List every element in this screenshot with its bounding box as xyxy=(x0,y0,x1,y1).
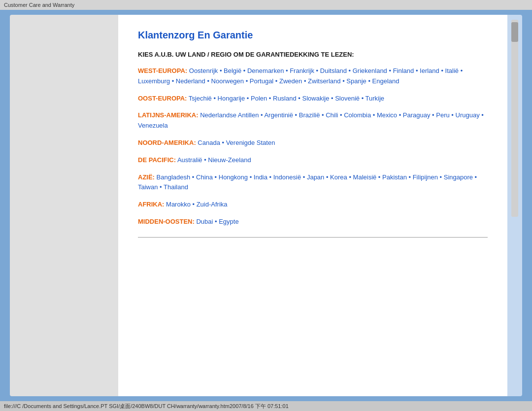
status-url: file:///C /Documents and Settings/Lance.… xyxy=(4,403,289,410)
region-label[interactable]: DE PACIFIC: xyxy=(138,156,176,164)
content-wrapper: Klantenzorg En Garantie KIES A.U.B. UW L… xyxy=(118,15,507,396)
region-block: AFRIKA: Marokko • Zuid-Afrika xyxy=(138,200,488,210)
regions-container: WEST-EUROPA: Oostenrijk • België • Denem… xyxy=(138,66,488,227)
divider xyxy=(138,237,488,238)
region-text: Marokko • Zuid-Afrika xyxy=(164,201,227,208)
region-label[interactable]: WEST-EUROPA: xyxy=(138,67,187,74)
region-block: OOST-EUROPA: Tsjechië • Hongarije • Pole… xyxy=(138,94,488,104)
region-text: Canada • Verenigde Staten xyxy=(196,139,275,146)
top-bar-title: Customer Care and Warranty xyxy=(4,2,74,8)
scrollbar-thumb[interactable] xyxy=(511,22,518,42)
region-text: Tsjechië • Hongarije • Polen • Rusland •… xyxy=(187,95,384,102)
region-block: LATIJNS-AMERIKA: Nederlandse Antillen • … xyxy=(138,110,488,131)
scrollbar-track[interactable] xyxy=(511,20,518,217)
right-sidebar xyxy=(507,15,522,396)
bottom-bar: file:///C /Documents and Settings/Lance.… xyxy=(0,401,532,411)
main-area: Klantenzorg En Garantie KIES A.U.B. UW L… xyxy=(0,10,532,401)
region-text: Australië • Nieuw-Zeeland xyxy=(176,156,251,164)
region-label[interactable]: MIDDEN-OOSTEN: xyxy=(138,218,195,225)
subtitle: KIES A.U.B. UW LAND / REGIO OM DE GARANT… xyxy=(138,51,488,58)
region-block: AZIË: Bangladesh • China • Hongkong • In… xyxy=(138,172,488,193)
top-bar: Customer Care and Warranty xyxy=(0,0,532,10)
region-text: Bangladesh • China • Hongkong • India • … xyxy=(138,173,477,191)
region-block: NOORD-AMERIKA: Canada • Verenigde Staten xyxy=(138,138,488,148)
region-block: DE PACIFIC: Australië • Nieuw-Zeeland xyxy=(138,155,488,166)
region-label[interactable]: NOORD-AMERIKA: xyxy=(138,139,196,146)
region-block: WEST-EUROPA: Oostenrijk • België • Denem… xyxy=(138,66,488,87)
region-label[interactable]: AZIË: xyxy=(138,173,155,181)
region-label[interactable]: LATIJNS-AMERIKA: xyxy=(138,111,199,119)
region-label[interactable]: OOST-EUROPA: xyxy=(138,95,187,102)
region-text: Dubai • Egypte xyxy=(195,218,239,225)
region-block: MIDDEN-OOSTEN: Dubai • Egypte xyxy=(138,217,488,227)
page-heading: Klantenzorg En Garantie xyxy=(138,30,488,41)
left-sidebar xyxy=(10,15,118,396)
region-label[interactable]: AFRIKA: xyxy=(138,201,164,208)
